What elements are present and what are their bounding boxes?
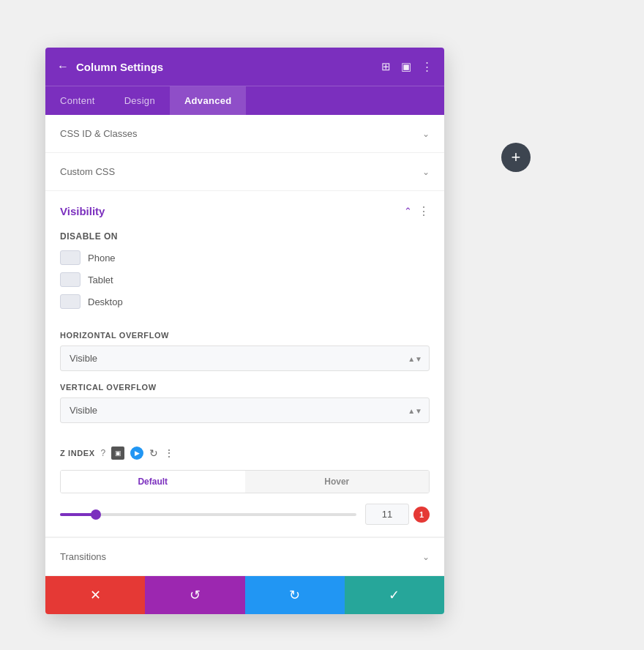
phone-checkbox-row: Phone <box>60 250 430 265</box>
z-index-slider-track <box>60 513 356 516</box>
vertical-overflow-select[interactable]: Visible Hidden Scroll Auto <box>60 397 430 423</box>
desktop-checkbox[interactable] <box>60 294 80 309</box>
more-options-icon[interactable]: ⋮ <box>422 60 433 73</box>
z-index-toggle-tabs: Default Hover <box>60 470 430 493</box>
visibility-actions: ⌃ ⋮ <box>404 204 430 218</box>
panel-header: ← Column Settings ⊞ ▣ ⋮ <box>45 48 444 86</box>
css-id-header[interactable]: CSS ID & Classes ⌄ <box>45 115 444 152</box>
split-icon[interactable]: ▣ <box>401 60 411 73</box>
z-index-device-icon[interactable]: ▣ <box>111 447 124 460</box>
transitions-title: Transitions <box>60 551 106 562</box>
reset-icon: ↺ <box>190 587 201 603</box>
z-index-value-input[interactable] <box>365 504 409 525</box>
z-index-hover-tab[interactable]: Hover <box>245 471 430 493</box>
tablet-label: Tablet <box>88 274 113 285</box>
z-index-badge: 1 <box>413 507 430 523</box>
panel-body: CSS ID & Classes ⌄ Custom CSS ⌄ Visibili… <box>45 115 444 576</box>
header-left: ← Column Settings <box>57 60 163 73</box>
add-button[interactable]: + <box>501 143 531 172</box>
desktop-label: Desktop <box>88 296 123 307</box>
save-icon: ✓ <box>389 587 400 603</box>
z-index-reset-icon[interactable]: ↻ <box>149 447 158 459</box>
horizontal-overflow-label: Horizontal Overflow <box>60 331 430 340</box>
visibility-header[interactable]: Visibility ⌃ ⋮ <box>45 191 444 231</box>
visibility-more-icon[interactable]: ⋮ <box>418 204 430 218</box>
tab-design[interactable]: Design <box>110 86 170 115</box>
z-index-slider-row: 1 <box>60 504 430 525</box>
custom-css-header[interactable]: Custom CSS ⌄ <box>45 153 444 190</box>
panel-title: Column Settings <box>76 61 163 73</box>
z-index-label: Z Index <box>60 449 95 457</box>
transitions-chevron: ⌄ <box>422 552 430 562</box>
reset-button[interactable]: ↺ <box>145 576 244 614</box>
transitions-section: Transitions ⌄ <box>45 537 444 576</box>
transitions-header[interactable]: Transitions ⌄ <box>45 538 444 575</box>
visibility-section: Visibility ⌃ ⋮ Disable on Phone Tablet <box>45 191 444 537</box>
visibility-collapse-icon[interactable]: ⌃ <box>404 206 412 217</box>
css-id-title: CSS ID & Classes <box>60 128 137 139</box>
vertical-overflow-section: Vertical Overflow Visible Hidden Scroll … <box>45 383 444 435</box>
tablet-checkbox-row: Tablet <box>60 272 430 287</box>
tab-content[interactable]: Content <box>45 86 110 115</box>
tab-bar: Content Design Advanced <box>45 86 444 115</box>
back-icon[interactable]: ← <box>57 60 69 73</box>
z-index-more-icon[interactable]: ⋮ <box>164 447 174 459</box>
disable-on-label: Disable on <box>60 231 430 242</box>
header-right: ⊞ ▣ ⋮ <box>381 60 433 73</box>
z-index-state-icon[interactable]: ▶ <box>130 447 143 460</box>
z-index-device-glyph: ▣ <box>115 449 121 457</box>
desktop-checkbox-row: Desktop <box>60 294 430 309</box>
horizontal-overflow-section: Horizontal Overflow Visible Hidden Scrol… <box>45 331 444 383</box>
panel-footer: ✕ ↺ ↻ ✓ <box>45 576 444 614</box>
css-id-section: CSS ID & Classes ⌄ <box>45 115 444 153</box>
phone-label: Phone <box>88 253 116 264</box>
z-index-section: Z Index ? ▣ ▶ ↻ ⋮ Default Hover <box>45 435 444 537</box>
css-id-chevron: ⌄ <box>422 129 430 139</box>
z-index-default-tab[interactable]: Default <box>61 471 245 493</box>
horizontal-overflow-select-wrapper: Visible Hidden Scroll Auto ▲▼ <box>60 345 430 371</box>
custom-css-chevron: ⌄ <box>422 167 430 177</box>
vertical-overflow-label: Vertical Overflow <box>60 383 430 392</box>
custom-css-title: Custom CSS <box>60 166 115 177</box>
redo-icon: ↻ <box>289 587 300 603</box>
tablet-checkbox[interactable] <box>60 272 80 287</box>
z-index-value-wrapper: 1 <box>365 504 430 525</box>
cancel-button[interactable]: ✕ <box>45 576 145 614</box>
expand-icon[interactable]: ⊞ <box>381 60 391 73</box>
z-index-state-glyph: ▶ <box>135 449 140 457</box>
visibility-content: Disable on Phone Tablet Desktop <box>45 231 444 331</box>
column-settings-panel: ← Column Settings ⊞ ▣ ⋮ Content Design A… <box>45 48 444 614</box>
cancel-icon: ✕ <box>90 587 101 603</box>
tab-advanced[interactable]: Advanced <box>170 86 247 115</box>
redo-button[interactable]: ↻ <box>245 576 345 614</box>
visibility-title: Visibility <box>60 205 105 217</box>
vertical-overflow-select-wrapper: Visible Hidden Scroll Auto ▲▼ <box>60 397 430 423</box>
z-index-header: Z Index ? ▣ ▶ ↻ ⋮ <box>60 447 430 460</box>
horizontal-overflow-select[interactable]: Visible Hidden Scroll Auto <box>60 345 430 371</box>
z-index-slider-thumb[interactable] <box>91 509 101 520</box>
phone-checkbox[interactable] <box>60 250 80 265</box>
save-button[interactable]: ✓ <box>345 576 444 614</box>
z-index-help-icon[interactable]: ? <box>101 448 106 458</box>
custom-css-section: Custom CSS ⌄ <box>45 153 444 191</box>
